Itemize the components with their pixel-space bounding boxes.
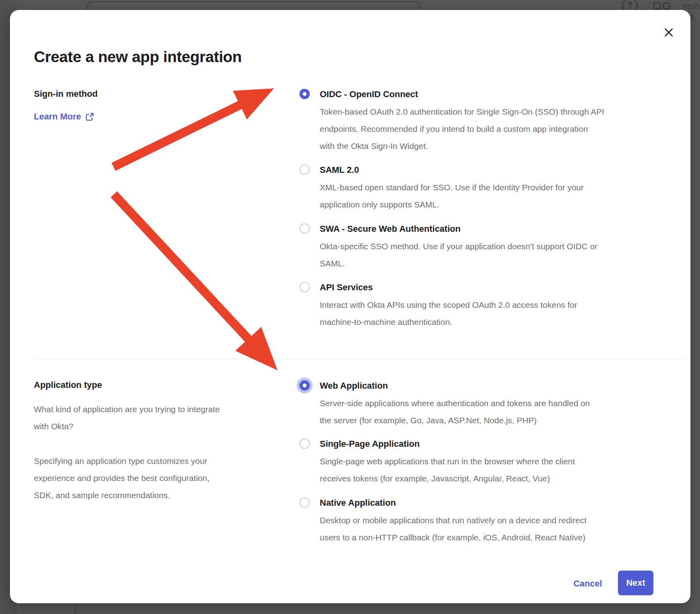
option-saml[interactable]: SAML 2.0 XML-based open standard for SSO…	[299, 161, 690, 213]
background-user-text: msh	[682, 1, 700, 12]
option-oidc[interactable]: OIDC - OpenID Connect Token-based OAuth …	[299, 86, 690, 154]
screen: ? msh kta Create a new app integration S…	[0, 0, 700, 614]
option-label: Native Application	[320, 494, 587, 511]
option-label: API Services	[320, 279, 577, 296]
radio-unselected-icon[interactable]	[299, 282, 310, 292]
option-description: XML-based open standard for SSO. Use if …	[320, 179, 584, 213]
option-web-application[interactable]: Web Application Server-side applications…	[299, 377, 690, 429]
radio-unselected-icon[interactable]	[299, 497, 310, 508]
apps-grid-icon	[653, 2, 670, 10]
option-label: SAML 2.0	[320, 161, 584, 178]
option-single-page-application[interactable]: Single-Page Application Single-page web …	[299, 435, 690, 487]
option-description: Single-page web applications that run in…	[320, 453, 575, 487]
radio-unselected-icon[interactable]	[299, 164, 310, 175]
apps-grid-square	[663, 2, 670, 10]
close-icon	[663, 27, 674, 38]
application-type-heading: Application type	[34, 376, 102, 393]
radio-unselected-icon[interactable]	[299, 438, 310, 449]
signin-method-heading: Sign-in method	[34, 85, 98, 102]
option-native-application[interactable]: Native Application Desktop or mobile app…	[299, 494, 690, 546]
apps-grid-square	[653, 2, 661, 10]
option-description: Okta-specific SSO method. Use if your ap…	[320, 238, 597, 272]
learn-more-label: Learn More	[34, 108, 81, 125]
cancel-button[interactable]: Cancel	[569, 575, 606, 592]
dialog-title: Create a new app integration	[34, 48, 336, 66]
option-description: Server-side applications where authentic…	[320, 395, 590, 429]
close-button[interactable]	[659, 23, 678, 41]
option-label: OIDC - OpenID Connect	[320, 86, 604, 103]
option-label: Web Application	[320, 377, 590, 394]
help-glyph: ?	[627, 0, 633, 11]
option-swa[interactable]: SWA - Secure Web Authentication Okta-spe…	[299, 220, 690, 272]
application-type-note: Specifying an application type customize…	[34, 452, 289, 504]
radio-selected-icon[interactable]	[299, 89, 310, 99]
create-app-integration-dialog: Create a new app integration Sign-in met…	[10, 10, 690, 603]
radio-selected-icon[interactable]	[299, 380, 310, 391]
section-divider	[35, 358, 686, 359]
option-api-services[interactable]: API Services Interact with Okta APIs usi…	[299, 279, 690, 330]
application-type-question: What kind of application are you trying …	[34, 401, 289, 435]
option-description: Desktop or mobile applications that run …	[320, 512, 587, 546]
option-label: Single-Page Application	[320, 435, 575, 452]
option-description: Interact with Okta APIs using the scoped…	[320, 296, 577, 330]
radio-unselected-icon[interactable]	[299, 223, 310, 234]
option-description: Token-based OAuth 2.0 authentication for…	[320, 103, 604, 154]
next-button[interactable]: Next	[618, 571, 653, 595]
learn-more-link[interactable]: Learn More	[34, 108, 94, 125]
option-label: SWA - Secure Web Authentication	[320, 220, 597, 237]
external-link-icon	[85, 112, 94, 121]
